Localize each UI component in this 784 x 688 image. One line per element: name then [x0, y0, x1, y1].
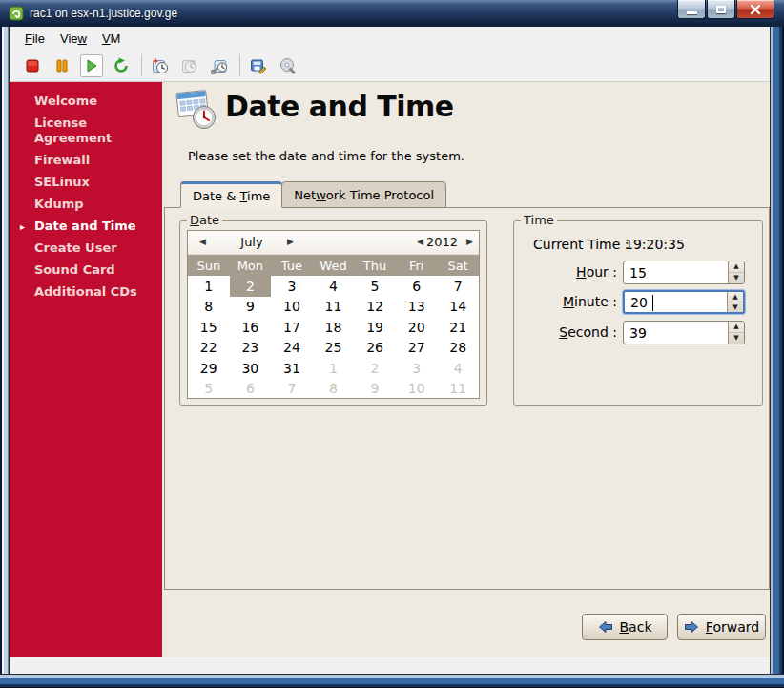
- menu-vm[interactable]: VM: [94, 29, 129, 49]
- tab-network-time-protocol[interactable]: Network Time Protocol: [281, 181, 446, 208]
- sidebar-item-license-agreement[interactable]: License Agreement: [10, 115, 162, 146]
- prev-year-arrow-icon[interactable]: ◀: [417, 237, 423, 246]
- hour-spin-down-icon[interactable]: ▼: [729, 273, 744, 284]
- second-spin-down-icon[interactable]: ▼: [729, 333, 744, 344]
- calendar-day[interactable]: 26: [354, 338, 396, 359]
- weekday-label: Fri: [396, 255, 438, 276]
- power-off-button[interactable]: [21, 54, 44, 77]
- install-tools-icon: [279, 57, 297, 74]
- calendar-day[interactable]: 9: [354, 379, 396, 400]
- calendar-day[interactable]: 15: [188, 317, 230, 338]
- take-snapshot-button[interactable]: [149, 54, 172, 77]
- calendar-day[interactable]: 23: [230, 338, 272, 359]
- calendar-day[interactable]: 17: [271, 317, 313, 338]
- maximize-button[interactable]: [707, 0, 735, 19]
- forward-button[interactable]: Forward: [677, 614, 766, 640]
- sidebar-item-additional-cds[interactable]: Additional CDs: [10, 284, 162, 300]
- calendar-day[interactable]: 20: [396, 317, 438, 338]
- calendar-day[interactable]: 18: [313, 317, 355, 338]
- weekday-label: Thu: [354, 255, 396, 276]
- sidebar-item-firewall[interactable]: Firewall: [10, 153, 162, 168]
- calendar-day[interactable]: 28: [437, 338, 479, 359]
- play-button[interactable]: [80, 54, 103, 77]
- tab-date-time[interactable]: Date & Time: [180, 181, 282, 208]
- sidebar-item-welcome[interactable]: Welcome: [10, 94, 162, 109]
- pause-button[interactable]: [51, 54, 73, 77]
- second-input[interactable]: [624, 322, 727, 344]
- wizard-main-content: Date and Time Please set the date and ti…: [162, 82, 770, 657]
- calendar-day[interactable]: 19: [354, 317, 396, 338]
- calendar-day[interactable]: 3: [396, 358, 438, 379]
- calendar-day[interactable]: 21: [437, 317, 479, 338]
- menu-file[interactable]: File: [17, 29, 52, 49]
- sidebar-item-sound-card[interactable]: Sound Card: [10, 262, 162, 278]
- calendar-day[interactable]: 5: [188, 379, 230, 400]
- minimize-button[interactable]: [677, 0, 706, 19]
- install-tools-button[interactable]: [277, 54, 299, 77]
- sidebar-item-date-and-time[interactable]: ▸ Date and Time: [10, 219, 162, 234]
- calendar-day[interactable]: 7: [271, 379, 313, 400]
- minute-input[interactable]: [625, 292, 726, 312]
- back-button[interactable]: Back: [582, 614, 668, 640]
- calendar-day[interactable]: 10: [271, 297, 313, 318]
- calendar-day-selected[interactable]: 2: [230, 276, 272, 297]
- next-year-arrow-icon[interactable]: ▶: [466, 237, 473, 246]
- minimize-icon: [687, 11, 697, 14]
- second-spinbox: ▲ ▼: [623, 321, 745, 344]
- calendar-day[interactable]: 6: [396, 276, 438, 297]
- window-titlebar[interactable]: rac1 on esx-n1.justice.gov.ge: [0, 0, 784, 27]
- calendar-day[interactable]: 8: [188, 297, 230, 318]
- calendar-day[interactable]: 16: [230, 317, 272, 338]
- sidebar-item-create-user[interactable]: Create User: [10, 240, 162, 256]
- calendar-day[interactable]: 11: [313, 297, 355, 318]
- revert-snapshot-button[interactable]: [178, 54, 201, 77]
- calendar-day[interactable]: 7: [437, 276, 479, 297]
- minute-spin-up-icon[interactable]: ▲: [728, 292, 743, 302]
- hour-spin-up-icon[interactable]: ▲: [729, 261, 744, 273]
- prev-month-arrow-icon[interactable]: ◀: [199, 237, 206, 246]
- calendar-day[interactable]: 10: [396, 379, 438, 400]
- calendar-day[interactable]: 12: [354, 297, 396, 318]
- text-caret: [652, 295, 653, 311]
- pause-icon: [54, 58, 70, 73]
- sidebar-item-kdump[interactable]: Kdump: [10, 197, 162, 212]
- menu-view[interactable]: View: [52, 29, 94, 49]
- status-bar: [10, 657, 770, 674]
- calendar-day[interactable]: 1: [188, 276, 230, 297]
- calendar-day[interactable]: 30: [230, 358, 272, 379]
- close-button[interactable]: [736, 0, 774, 19]
- hour-spinbox: ▲ ▼: [623, 261, 745, 284]
- calendar-day[interactable]: 4: [437, 358, 479, 379]
- calendar-day[interactable]: 2: [354, 358, 396, 379]
- reset-button[interactable]: [110, 54, 133, 77]
- minute-spin-down-icon[interactable]: ▼: [728, 302, 743, 313]
- calendar-day[interactable]: 31: [271, 358, 313, 379]
- second-spin-up-icon[interactable]: ▲: [729, 322, 744, 333]
- calendar-day[interactable]: 3: [271, 276, 313, 297]
- toolbar-separator: [239, 54, 240, 76]
- calendar-day[interactable]: 8: [313, 379, 355, 400]
- calendar-day[interactable]: 4: [313, 276, 355, 297]
- tab-bar: Date & Time Network Time Protocol: [180, 181, 446, 208]
- weekday-label: Sat: [437, 255, 479, 276]
- sidebar-item-selinux[interactable]: SELinux: [10, 175, 162, 190]
- calendar-day[interactable]: 25: [313, 338, 355, 359]
- calendar-day[interactable]: 14: [437, 297, 479, 318]
- calendar-day[interactable]: 13: [396, 297, 438, 318]
- back-button-label: Back: [620, 619, 652, 635]
- calendar-day[interactable]: 6: [230, 379, 272, 400]
- snapshot-manager-button[interactable]: [208, 54, 231, 77]
- calendar-day[interactable]: 22: [188, 338, 230, 359]
- hour-input[interactable]: [624, 261, 727, 283]
- calendar-day[interactable]: 9: [230, 297, 272, 318]
- calendar-day[interactable]: 11: [437, 379, 479, 400]
- calendar-day[interactable]: 5: [354, 276, 396, 297]
- next-month-arrow-icon[interactable]: ▶: [287, 237, 294, 246]
- time-group: Time Current Time : 19:20:35 Hour : ▲ ▼: [513, 220, 763, 406]
- calendar-day[interactable]: 24: [271, 338, 313, 359]
- revert-snapshot-icon: [181, 57, 198, 74]
- edit-settings-button[interactable]: [247, 54, 270, 77]
- calendar-day[interactable]: 29: [188, 358, 230, 379]
- calendar-day[interactable]: 27: [396, 338, 438, 359]
- calendar-day[interactable]: 1: [313, 358, 355, 379]
